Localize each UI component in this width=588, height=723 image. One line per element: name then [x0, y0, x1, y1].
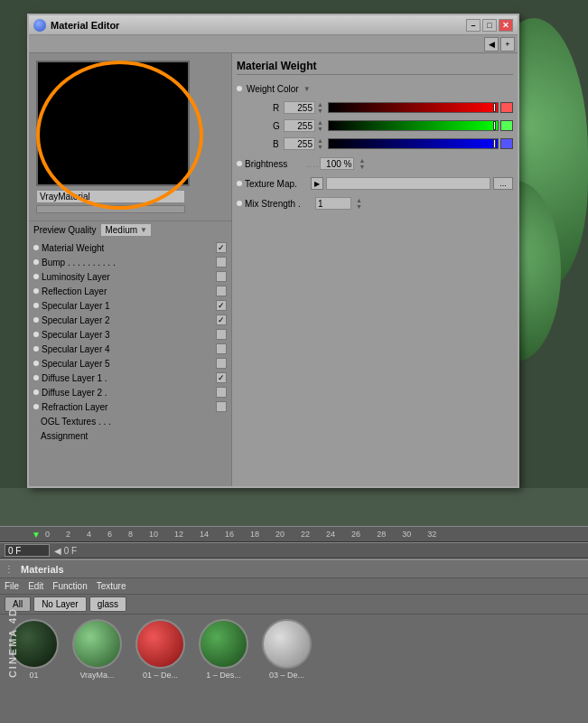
layer-checkbox-3[interactable]: [216, 286, 227, 296]
materials-tabs: All No Layer glass: [0, 595, 588, 615]
preview-scrollbar[interactable]: [36, 205, 185, 213]
materials-menu-bar: File Edit Function Texture: [0, 578, 588, 595]
layer-item-13[interactable]: Assignment: [29, 428, 231, 443]
layer-item-0[interactable]: Material Weight: [29, 240, 231, 255]
tick-28: 28: [377, 530, 386, 539]
material-label-0: 01: [29, 671, 38, 680]
minimize-button[interactable]: –: [466, 19, 481, 32]
material-ball-2[interactable]: 01 – De...: [131, 619, 190, 680]
brightness-dot: [237, 161, 242, 166]
b-down-arrow[interactable]: ▼: [317, 144, 323, 150]
layer-item-10[interactable]: Diffuse Layer 2 .: [29, 385, 231, 399]
material-ball-4[interactable]: 03 – De...: [257, 619, 316, 680]
preview-area: [29, 53, 231, 221]
layer-checkbox-8[interactable]: [216, 358, 227, 369]
tab-no-layer[interactable]: No Layer: [33, 596, 87, 612]
mix-label: Mix Strength .: [245, 199, 313, 209]
layer-dot-4: [33, 303, 39, 308]
g-value-input[interactable]: [284, 119, 315, 132]
layer-checkbox-5[interactable]: [216, 315, 227, 325]
layer-item-6[interactable]: Specular Layer 3: [29, 327, 231, 342]
tick-30: 30: [402, 530, 411, 539]
weight-color-dot: [237, 86, 242, 91]
layer-label-10: Diffuse Layer 2 .: [42, 388, 213, 398]
r-arrows[interactable]: ▲ ▼: [317, 101, 323, 114]
tick-6: 6: [107, 530, 112, 539]
layer-checkbox-1[interactable]: [216, 257, 227, 268]
layer-item-11[interactable]: Refraction Layer: [29, 399, 231, 414]
layer-checkbox-7[interactable]: [216, 343, 227, 354]
close-button[interactable]: ✕: [499, 19, 513, 32]
texture-field[interactable]: [326, 177, 490, 190]
material-preview-box[interactable]: [36, 61, 190, 186]
g-down-arrow[interactable]: ▼: [317, 126, 323, 132]
brightness-arrows[interactable]: ▲ ▼: [359, 157, 365, 170]
window-title: Material Editor: [33, 19, 119, 32]
layer-label-5: Specular Layer 2: [42, 315, 213, 325]
layer-label-4: Specular Layer 1: [42, 301, 213, 311]
texture-browse-btn[interactable]: ...: [493, 177, 513, 190]
r-value-input[interactable]: [284, 101, 315, 114]
r-label: R: [273, 103, 284, 113]
layer-label-12: OGL Textures . . .: [33, 417, 227, 427]
layer-item-5[interactable]: Specular Layer 2: [29, 313, 231, 327]
weight-color-dropdown-arrow[interactable]: ▼: [303, 85, 311, 93]
layer-checkbox-6[interactable]: [216, 329, 227, 340]
maximize-button[interactable]: □: [482, 19, 497, 32]
layer-item-2[interactable]: Luminosity Layer: [29, 269, 231, 284]
material-preview-3: [199, 619, 248, 669]
tick-24: 24: [326, 530, 335, 539]
tick-0: 0: [45, 530, 50, 539]
menu-texture[interactable]: Texture: [97, 581, 126, 591]
layer-dot-10: [33, 390, 39, 395]
layer-dot-6: [33, 332, 39, 337]
toolbar-btn-2[interactable]: +: [500, 37, 515, 52]
quality-dropdown[interactable]: Medium ▼: [100, 223, 152, 237]
g-color-bar[interactable]: [328, 120, 499, 131]
layer-list: Material Weight Bump . . . . . . . . . .…: [29, 239, 231, 486]
layer-checkbox-2[interactable]: [216, 271, 227, 282]
brightness-value[interactable]: 100 %: [320, 157, 354, 170]
b-up-arrow[interactable]: ▲: [317, 137, 323, 144]
b-color-bar[interactable]: [328, 138, 499, 149]
b-arrows[interactable]: ▲ ▼: [317, 137, 323, 150]
layer-checkbox-4[interactable]: [216, 300, 227, 311]
material-name-field[interactable]: [36, 190, 185, 203]
layer-item-3[interactable]: Reflection Layer: [29, 284, 231, 298]
layer-item-7[interactable]: Specular Layer 4: [29, 342, 231, 356]
window-titlebar: Material Editor – □ ✕: [29, 15, 518, 35]
r-up-arrow[interactable]: ▲: [317, 101, 323, 108]
menu-file[interactable]: File: [5, 581, 19, 591]
frame-input[interactable]: [5, 544, 50, 557]
r-color-bar[interactable]: [328, 102, 499, 113]
texture-label: Texture Map.: [245, 179, 308, 189]
texture-map-row: Texture Map. ▶ ...: [237, 175, 513, 192]
brightness-row: Brightness . . . . 100 % ▲ ▼: [237, 155, 513, 172]
layer-item-8[interactable]: Specular Layer 5: [29, 356, 231, 371]
layer-dot-5: [33, 317, 39, 323]
r-down-arrow[interactable]: ▼: [317, 108, 323, 114]
g-up-arrow[interactable]: ▲: [317, 119, 323, 126]
layer-item-12[interactable]: OGL Textures . . .: [29, 414, 231, 428]
material-ball-3[interactable]: 1 – Des...: [194, 619, 253, 680]
frame-play-label: ◀ 0 F: [54, 546, 77, 556]
g-arrows[interactable]: ▲ ▼: [317, 119, 323, 132]
toolbar-btn-1[interactable]: ◀: [484, 37, 499, 52]
layer-checkbox-10[interactable]: [216, 387, 227, 398]
layer-item-1[interactable]: Bump . . . . . . . . . .: [29, 255, 231, 269]
menu-edit[interactable]: Edit: [28, 581, 43, 591]
layer-item-4[interactable]: Specular Layer 1: [29, 298, 231, 313]
layer-checkbox-0[interactable]: [216, 242, 227, 253]
layer-checkbox-11[interactable]: [216, 401, 227, 412]
layer-dot-2: [33, 274, 39, 279]
tab-glass[interactable]: glass: [89, 596, 126, 612]
mix-arrows[interactable]: ▲ ▼: [356, 197, 362, 210]
mix-value[interactable]: 1: [315, 197, 351, 210]
material-ball-1[interactable]: VrayMa...: [68, 619, 126, 680]
layer-checkbox-9[interactable]: [216, 372, 227, 383]
texture-play-btn[interactable]: ▶: [311, 177, 323, 190]
layer-item-9[interactable]: Diffuse Layer 1 .: [29, 371, 231, 385]
layer-label-1: Bump . . . . . . . . . .: [42, 258, 213, 268]
menu-function[interactable]: Function: [52, 581, 87, 591]
b-value-input[interactable]: [284, 137, 315, 150]
